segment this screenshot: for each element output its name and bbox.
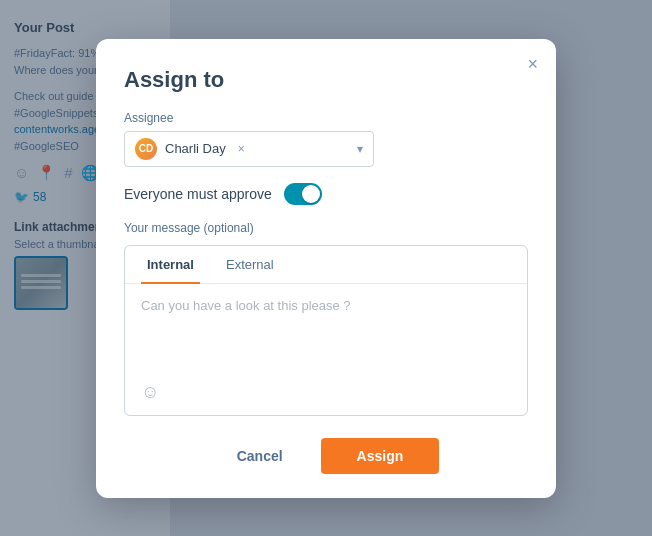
remove-assignee-button[interactable]: × <box>238 142 245 156</box>
close-button[interactable]: × <box>527 55 538 73</box>
tab-external[interactable]: External <box>220 247 280 284</box>
assignee-dropdown[interactable]: CD Charli Day × ▾ <box>124 131 374 167</box>
modal-overlay: × Assign to Assignee CD Charli Day × ▾ E… <box>0 0 652 536</box>
toggle-row: Everyone must approve <box>124 183 528 205</box>
assignee-left: CD Charli Day × <box>135 138 245 160</box>
emoji-picker-button[interactable]: ☺ <box>125 374 527 415</box>
cancel-button[interactable]: Cancel <box>213 438 307 474</box>
emoji-icon: ☺ <box>141 382 159 403</box>
assignee-label: Assignee <box>124 111 528 125</box>
message-container: Internal External Can you have a look at… <box>124 245 528 416</box>
assignee-name: Charli Day <box>165 141 226 156</box>
tabs-row: Internal External <box>125 246 527 284</box>
everyone-must-approve-toggle[interactable] <box>284 183 322 205</box>
assign-modal: × Assign to Assignee CD Charli Day × ▾ E… <box>96 39 556 498</box>
modal-footer: Cancel Assign <box>124 438 528 474</box>
message-optional-label: Your message (optional) <box>124 221 528 235</box>
message-placeholder: Can you have a look at this please ? <box>141 298 511 313</box>
assignee-avatar: CD <box>135 138 157 160</box>
toggle-knob <box>302 185 320 203</box>
chevron-down-icon[interactable]: ▾ <box>357 142 363 156</box>
tab-internal[interactable]: Internal <box>141 247 200 284</box>
everyone-must-approve-label: Everyone must approve <box>124 186 272 202</box>
message-body[interactable]: Can you have a look at this please ? <box>125 284 527 374</box>
assign-button[interactable]: Assign <box>321 438 440 474</box>
modal-title: Assign to <box>124 67 528 93</box>
